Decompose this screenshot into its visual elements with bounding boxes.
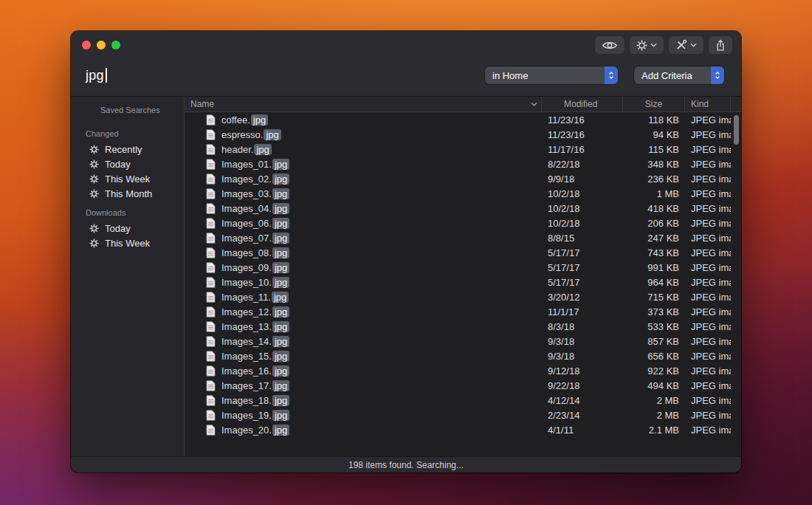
file-row[interactable]: Images_15.jpg 9/3/18 656 KB JPEG ima <box>185 348 741 363</box>
sidebar-section-items: Recently Today This Week This Month <box>71 142 184 201</box>
file-size: 2 MB <box>623 395 685 406</box>
file-row[interactable]: Images_10.jpg 5/17/17 964 KB JPEG ima <box>185 275 741 289</box>
action-menu-button[interactable] <box>630 36 664 54</box>
column-header-size[interactable]: Size <box>623 97 685 111</box>
file-name-cell: Images_04.jpg <box>185 203 542 214</box>
sidebar-item-label: This Week <box>105 174 150 185</box>
search-match-highlight: jpg <box>251 114 268 126</box>
search-match-highlight: jpg <box>272 410 289 421</box>
finder-search-window: jpg in Home Add Criteria Saved Searches … <box>71 31 741 473</box>
window-content: Saved Searches Changed Recently Today Th… <box>71 97 741 456</box>
file-size: 494 KB <box>623 380 685 391</box>
file-modified: 4/1/11 <box>542 425 623 436</box>
chevron-down-icon <box>690 43 697 47</box>
share-button[interactable] <box>709 36 732 54</box>
file-name: Images_16.jpg <box>221 365 289 377</box>
file-modified: 10/2/18 <box>542 188 623 199</box>
sidebar-section-header: Downloads <box>71 201 184 221</box>
document-icon <box>206 129 216 140</box>
sidebar-item[interactable]: Today <box>71 157 184 171</box>
file-size: 115 KB <box>623 144 685 155</box>
sidebar-item[interactable]: This Month <box>71 186 184 201</box>
file-row[interactable]: Images_06.jpg 10/2/18 206 KB JPEG ima <box>185 216 741 230</box>
file-modified: 3/20/12 <box>542 292 623 303</box>
file-row[interactable]: Images_19.jpg 2/23/14 2 MB JPEG ima <box>185 408 741 422</box>
file-row[interactable]: header.jpg 11/17/16 115 KB JPEG ima <box>185 142 741 157</box>
file-name: Images_12.jpg <box>221 306 289 317</box>
sidebar-item[interactable]: Recently <box>71 142 184 157</box>
file-row[interactable]: Images_16.jpg 9/12/18 922 KB JPEG ima <box>185 363 741 378</box>
file-name: Images_10.jpg <box>221 277 289 288</box>
status-bar: 198 items found. Searching... <box>71 456 741 473</box>
search-scope-popup[interactable]: in Home <box>485 66 618 84</box>
file-row[interactable]: espresso.jpg 11/23/16 94 KB JPEG ima <box>185 127 741 142</box>
file-modified: 11/23/16 <box>542 129 623 140</box>
file-name-cell: Images_12.jpg <box>185 306 542 317</box>
zoom-button[interactable] <box>111 41 120 49</box>
file-size: 533 KB <box>623 321 685 332</box>
file-row[interactable]: Images_11.jpg 3/20/12 715 KB JPEG ima <box>185 289 741 304</box>
file-name: Images_19.jpg <box>221 410 289 421</box>
file-row[interactable]: Images_02.jpg 9/9/18 236 KB JPEG ima <box>185 171 741 186</box>
sidebar-item[interactable]: This Week <box>71 171 184 186</box>
file-row[interactable]: Images_07.jpg 8/8/15 247 KB JPEG ima <box>185 230 741 245</box>
file-name: Images_02.jpg <box>221 174 289 185</box>
popup-chevrons-icon <box>711 66 724 84</box>
file-row[interactable]: Images_01.jpg 8/22/18 348 KB JPEG ima <box>185 157 741 171</box>
column-header-name[interactable]: Name <box>185 97 542 111</box>
file-kind: JPEG ima <box>685 306 731 317</box>
file-name-cell: Images_15.jpg <box>185 351 542 362</box>
file-modified: 11/1/17 <box>542 306 623 317</box>
tools-menu-button[interactable] <box>669 36 703 54</box>
file-row[interactable]: Images_18.jpg 4/12/14 2 MB JPEG ima <box>185 393 741 408</box>
file-name: espresso.jpg <box>221 129 281 140</box>
column-header-modified[interactable]: Modified <box>542 97 623 111</box>
vertical-scrollbar[interactable] <box>734 115 739 145</box>
file-size: 656 KB <box>623 351 685 362</box>
file-row[interactable]: Images_12.jpg 11/1/17 373 KB JPEG ima <box>185 304 741 319</box>
file-row[interactable]: coffee.jpg 11/23/16 118 KB JPEG ima <box>185 112 741 127</box>
minimize-button[interactable] <box>97 41 106 49</box>
file-kind: JPEG ima <box>685 203 731 214</box>
file-row[interactable]: Images_04.jpg 10/2/18 418 KB JPEG ima <box>185 201 741 216</box>
file-modified: 10/2/18 <box>542 218 623 229</box>
document-icon <box>206 395 216 406</box>
file-size: 236 KB <box>623 174 685 185</box>
add-criteria-popup[interactable]: Add Criteria <box>634 66 724 84</box>
file-name-cell: Images_18.jpg <box>185 395 542 406</box>
sidebar-item-label: Recently <box>105 144 142 155</box>
sidebar-item[interactable]: This Week <box>71 236 184 250</box>
file-row[interactable]: Images_17.jpg 9/22/18 494 KB JPEG ima <box>185 378 741 393</box>
document-icon <box>206 144 216 155</box>
search-match-highlight: jpg <box>272 203 289 214</box>
sidebar-item[interactable]: Today <box>71 221 184 236</box>
file-row[interactable]: Images_20.jpg 4/1/11 2.1 MB JPEG ima <box>185 422 741 437</box>
file-name-cell: Images_11.jpg <box>185 292 542 303</box>
file-name: Images_15.jpg <box>221 351 289 362</box>
close-button[interactable] <box>82 41 91 49</box>
sidebar-item-label: Today <box>105 159 131 170</box>
sidebar: Saved Searches Changed Recently Today Th… <box>71 97 185 456</box>
file-modified: 11/17/16 <box>542 144 623 155</box>
file-modified: 9/3/18 <box>542 351 623 362</box>
file-row[interactable]: Images_08.jpg 5/17/17 743 KB JPEG ima <box>185 245 741 260</box>
quick-look-button[interactable] <box>595 36 625 54</box>
search-match-highlight: jpg <box>272 159 289 170</box>
search-match-highlight: jpg <box>272 233 289 244</box>
tools-icon <box>675 39 687 51</box>
search-input[interactable]: jpg <box>86 68 104 83</box>
smart-folder-gear-icon <box>89 159 99 169</box>
smart-folder-gear-icon <box>89 174 99 184</box>
file-row[interactable]: Images_03.jpg 10/2/18 1 MB JPEG ima <box>185 186 741 201</box>
file-size: 373 KB <box>623 306 685 317</box>
sidebar-section-items: Today This Week <box>71 221 184 250</box>
document-icon <box>206 410 216 421</box>
file-row[interactable]: Images_14.jpg 9/3/18 857 KB JPEG ima <box>185 334 741 348</box>
file-name: Images_06.jpg <box>221 218 289 229</box>
column-header-kind[interactable]: Kind <box>685 97 731 111</box>
file-name: Images_13.jpg <box>221 321 289 332</box>
text-cursor <box>106 68 107 83</box>
file-row[interactable]: Images_09.jpg 5/17/17 991 KB JPEG ima <box>185 260 741 275</box>
file-row[interactable]: Images_13.jpg 8/3/18 533 KB JPEG ima <box>185 319 741 334</box>
file-kind: JPEG ima <box>685 247 731 258</box>
